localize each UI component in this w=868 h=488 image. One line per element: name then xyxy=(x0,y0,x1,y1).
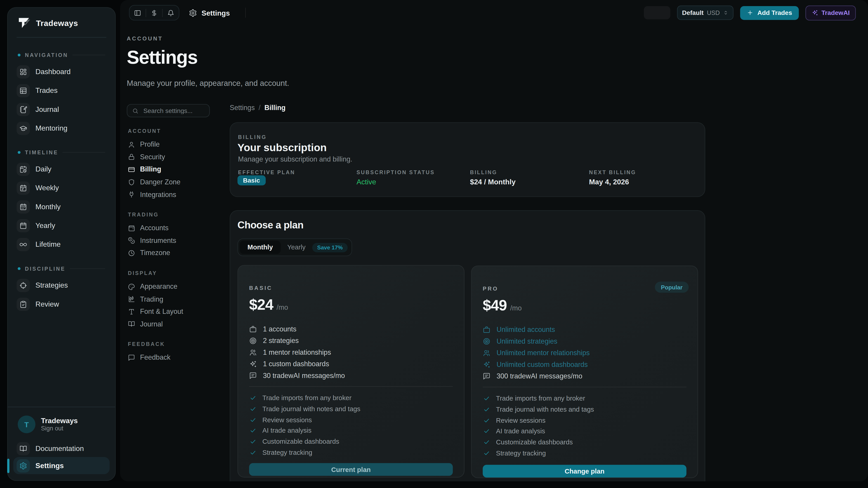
sign-out-link[interactable]: Sign out xyxy=(41,425,78,432)
shield-icon xyxy=(128,178,135,186)
section-label: NAVIGATION xyxy=(25,52,68,58)
settings-nav-security[interactable]: Security xyxy=(127,151,210,163)
sidebar-item-strategies[interactable]: Strategies xyxy=(14,277,109,293)
settings-group-trading: TRADING xyxy=(128,211,209,217)
plug-icon xyxy=(128,191,135,198)
search-icon xyxy=(132,107,138,113)
sidebar-item-journal[interactable]: Journal xyxy=(14,101,109,117)
toggle-yearly[interactable]: Yearly xyxy=(283,240,310,254)
settings-nav-billing[interactable]: Billing xyxy=(127,163,210,176)
sidebar-item-label: Lifetime xyxy=(35,240,61,249)
sidebar-item-trades[interactable]: Trades xyxy=(14,83,109,98)
feature-text: Unlimited accounts xyxy=(497,326,555,333)
current-plan-button[interactable]: Current plan xyxy=(249,463,453,476)
sidebar-item-yearly[interactable]: Yearly xyxy=(14,217,109,233)
plan-included: Review sessions xyxy=(250,415,453,424)
currency-button[interactable] xyxy=(146,6,162,20)
choose-plan-card: Choose a plan Monthly Yearly Save 17% BA… xyxy=(230,210,705,482)
sidebar-item-lifetime[interactable]: Lifetime xyxy=(14,236,109,252)
feature-text: 1 accounts xyxy=(263,325,296,333)
settings-nav-label: Appearance xyxy=(140,283,178,291)
currency-select[interactable]: Default USD xyxy=(677,5,734,20)
page-title: Settings xyxy=(127,46,197,68)
included-text: Strategy tracking xyxy=(262,449,312,456)
sidebar-item-daily[interactable]: Daily xyxy=(14,161,109,177)
settings-nav-label: Danger Zone xyxy=(140,178,181,186)
sidebar-item-monthly[interactable]: Monthly xyxy=(14,199,109,215)
breadcrumb-separator: / xyxy=(258,104,260,111)
settings-nav-instruments[interactable]: Instruments xyxy=(127,234,210,247)
plan-included: Customizable dashboards xyxy=(483,438,686,447)
breadcrumb-settings[interactable]: Settings xyxy=(230,104,255,111)
billing-label: BILLING xyxy=(470,169,497,175)
tradewai-button[interactable]: TradewAI xyxy=(805,5,856,20)
sidebar-item-settings[interactable]: Settings xyxy=(13,457,110,474)
sidebar: Tradeways NAVIGATION Dashboard Trades Jo… xyxy=(7,7,116,481)
brand[interactable]: Tradeways xyxy=(8,8,115,37)
clipboard-check-icon xyxy=(17,297,30,311)
sidebar-item-dashboard[interactable]: Dashboard xyxy=(14,64,109,80)
sidebar-item-label: Daily xyxy=(35,165,52,173)
settings-group-account: ACCOUNT xyxy=(128,128,209,134)
message-square-text-icon xyxy=(483,372,491,380)
message-square-icon xyxy=(128,354,135,361)
section-dot xyxy=(18,267,20,270)
plan-badge: Basic xyxy=(238,175,266,185)
plan-price: $49 xyxy=(483,297,507,314)
calendar-days-icon xyxy=(17,200,30,213)
check-icon xyxy=(250,449,256,456)
settings-nav-integrations[interactable]: Integrations xyxy=(127,188,210,201)
check-icon xyxy=(483,428,490,434)
settings-nav-label: Integrations xyxy=(140,191,176,198)
settings-nav-font-layout[interactable]: Font & Layout xyxy=(127,305,210,318)
settings-nav-profile[interactable]: Profile xyxy=(127,138,210,151)
search-input[interactable] xyxy=(142,107,204,115)
toggle-sidebar-button[interactable] xyxy=(129,6,146,20)
check-icon xyxy=(250,416,256,423)
briefcase-icon xyxy=(249,325,257,333)
message-square-text-icon xyxy=(249,372,257,380)
plan-card-basic: BASIC $24 /mo 1 accounts 2 strategies xyxy=(238,265,465,477)
check-icon xyxy=(250,394,256,401)
settings-nav-appearance[interactable]: Appearance xyxy=(127,281,210,293)
settings-nav-danger-zone[interactable]: Danger Zone xyxy=(127,176,210,188)
sidebar-item-label: Settings xyxy=(35,461,64,470)
settings-nav-timezone[interactable]: Timezone xyxy=(127,247,210,259)
section-label: TIMELINE xyxy=(25,149,58,156)
sidebar-item-weekly[interactable]: Weekly xyxy=(14,180,109,196)
included-text: Trade journal with notes and tags xyxy=(262,405,360,413)
sidebar-item-documentation[interactable]: Documentation xyxy=(13,440,110,457)
plan-feature: Unlimited custom dashboards xyxy=(483,360,686,369)
gear-icon xyxy=(189,8,197,17)
user-card[interactable]: T Tradeways Sign out xyxy=(13,412,110,440)
briefcase-icon xyxy=(483,326,491,333)
plan-included: AI trade analysis xyxy=(250,426,453,435)
toggle-monthly[interactable]: Monthly xyxy=(240,240,281,254)
section-timeline: TIMELINE xyxy=(18,149,105,156)
candlestick-chart-icon xyxy=(128,295,135,303)
subscription-status-value: Active xyxy=(356,177,376,186)
settings-nav-label: Feedback xyxy=(140,354,170,361)
feature-text: Unlimited custom dashboards xyxy=(497,361,588,368)
settings-nav-journal[interactable]: Journal xyxy=(127,318,210,330)
settings-search[interactable] xyxy=(127,104,210,117)
included-text: AI trade analysis xyxy=(262,427,311,434)
settings-nav-trading-display[interactable]: Trading xyxy=(127,293,210,305)
sidebar-item-label: Documentation xyxy=(35,445,84,453)
add-trades-button[interactable]: Add Trades xyxy=(740,6,799,20)
feature-text: 300 tradewAI messages/mo xyxy=(497,372,582,380)
topbar-right: Default USD Add Trades TradewAI xyxy=(644,5,856,20)
chevrons-up-down-icon xyxy=(723,10,728,15)
included-text: Trade imports from any broker xyxy=(496,394,585,402)
change-plan-button[interactable]: Change plan xyxy=(483,465,686,477)
plan-tier: BASIC xyxy=(249,285,272,291)
notifications-bell-button[interactable] xyxy=(163,6,179,20)
sidebar-item-review[interactable]: Review xyxy=(14,296,109,312)
settings-nav-label: Timezone xyxy=(140,249,170,257)
settings-nav-accounts[interactable]: Accounts xyxy=(127,222,210,234)
settings-nav-label: Journal xyxy=(140,320,163,328)
calendar-clock-icon xyxy=(17,162,30,176)
clock-icon xyxy=(128,250,135,257)
settings-nav-feedback[interactable]: Feedback xyxy=(127,351,210,364)
sidebar-item-mentoring[interactable]: Mentoring xyxy=(14,120,109,136)
